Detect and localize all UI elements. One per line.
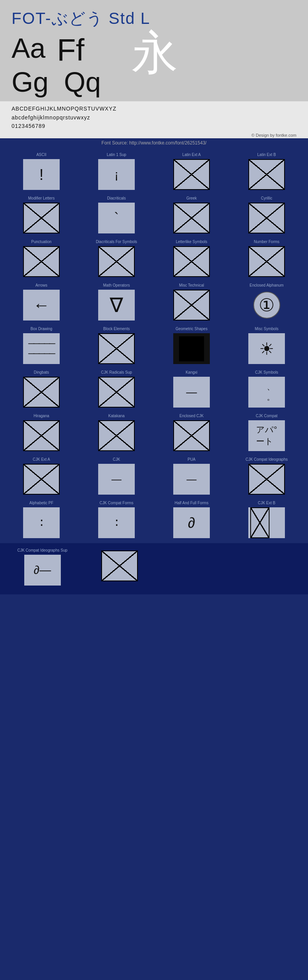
grid-item-cjkexta: CJK Ext A xyxy=(4,454,79,498)
alphabet-section: ABCDEFGHIJKLMNOPQRSTUVWXYZ abcdefghijklm… xyxy=(0,101,308,132)
placeholder-numberforms xyxy=(248,246,285,277)
placeholder-latinextb xyxy=(248,159,285,190)
placeholder-cjkradsup xyxy=(98,377,135,408)
grid-item-cjk: CJK — xyxy=(79,454,154,498)
font-title: FOT-ぶどう Std L xyxy=(12,8,296,29)
label-ascii: ASCII xyxy=(36,153,46,157)
placeholder-katakana xyxy=(98,420,135,451)
label-arrows: Arrows xyxy=(35,283,47,287)
grid-item-boxdraw: Box Drawing ────────── xyxy=(4,324,79,367)
grid-item-arrows: Arrows ← xyxy=(4,280,79,324)
label-latinextb: Latin Ext B xyxy=(257,153,276,157)
alphabet-lower: abcdefghijklmnopqrstuvwxyz xyxy=(12,113,296,122)
label-boxdraw: Box Drawing xyxy=(30,327,52,331)
placeholder-modletters xyxy=(23,203,60,233)
grid-item-latinexta: Latin Ext A xyxy=(154,149,229,193)
grid-item-mathop: Math Operators ∇ xyxy=(79,280,154,324)
label-cyrillic: Cyrillic xyxy=(261,196,272,200)
placeholder-misctec xyxy=(173,290,210,321)
grid-item-diacfsym: Diacriticals For Symbols xyxy=(79,237,154,280)
label-greek: Greek xyxy=(186,196,197,200)
grid-item-diacriticals: Diacriticals ` xyxy=(79,193,154,237)
grid-item-latinextb: Latin Ext B xyxy=(229,149,304,193)
label-halfwidth: Half And Full Forms xyxy=(175,501,209,505)
grid-item-geoshapes: Geometric Shapes xyxy=(154,324,229,367)
char-alphabeticpf: ∶ xyxy=(23,507,60,538)
placeholder-last2 xyxy=(101,550,138,581)
placeholder-latinexta xyxy=(173,159,210,190)
label-diacriticals: Diacriticals xyxy=(107,196,126,200)
label-punctuation: Punctuation xyxy=(31,240,52,244)
char-aa: Aa xyxy=(12,33,45,67)
copyright: © Design by fontke.com xyxy=(0,132,308,138)
grid-item-numberforms: Number Forms xyxy=(229,237,304,280)
label-cjkradsup: CJK Radicals Sup xyxy=(101,370,132,374)
grid-item-dingbats: Dingbats xyxy=(4,367,79,411)
label-diacfsym: Diacriticals For Symbols xyxy=(96,240,137,244)
placeholder-cyrillic xyxy=(248,203,285,233)
font-source: Font Source: http://www.fontke.com/font/… xyxy=(0,138,308,148)
char-qq: Qq xyxy=(64,67,101,97)
placeholder-dingbats xyxy=(23,377,60,408)
char-diacriticals: ` xyxy=(98,203,135,233)
label-cjkcompat: CJK Compat xyxy=(256,414,278,418)
label-hiragana: Hiragana xyxy=(33,414,49,418)
label-cjksym: CJK Symbols xyxy=(255,370,278,374)
grid-item-cjkcisup: CJK Compat Ideographs Sup ∂— xyxy=(4,545,81,589)
label-cjkcompatforms: CJK Compat Forms xyxy=(100,501,134,505)
grid-item-hiragana: Hiragana xyxy=(4,411,79,454)
label-latinexta: Latin Ext A xyxy=(182,153,201,157)
label-cjkcisup: CJK Compat Ideographs Sup xyxy=(17,548,67,552)
grid-item-kangxi: Kangxi — xyxy=(154,367,229,411)
grid-item-cjkcompat: CJK Compat アパ°ート xyxy=(229,411,304,454)
alphabet-upper: ABCDEFGHIJKLMNOPQRSTUVWXYZ xyxy=(12,104,296,113)
grid-item-latin1: Latin 1 Sup ¡ xyxy=(79,149,154,193)
grid-item-modletters: Modifier Letters xyxy=(4,193,79,237)
grid-item-cjkcompatforms: CJK Compat Forms ∶ xyxy=(79,498,154,541)
placeholder-enclosedcjk xyxy=(173,420,210,451)
label-dingbats: Dingbats xyxy=(34,370,49,374)
label-latin1: Latin 1 Sup xyxy=(107,153,126,157)
char-geoshapes xyxy=(173,333,210,364)
label-cjkexta: CJK Ext A xyxy=(33,457,50,461)
sample-chars: Aa Ff Gg Qq 永 xyxy=(12,33,296,97)
placeholder-hiragana xyxy=(23,420,60,451)
char-ff: Ff xyxy=(57,33,84,67)
char-cjk: — xyxy=(98,464,135,495)
label-alphabeticpf: Alphabetic PF xyxy=(29,501,53,505)
grid-item-ascii: ASCII ! xyxy=(4,149,79,193)
grid-item-cjksym: CJK Symbols 、 。 xyxy=(229,367,304,411)
grid-item-cjkextb: CJK Ext B xyxy=(229,498,304,541)
grid-item-enclosedcjk: Enclosed CJK xyxy=(154,411,229,454)
label-miscsym: Misc Symbols xyxy=(255,327,279,331)
label-misctec: Misc Technical xyxy=(179,283,204,287)
char-miscsym: ☀ xyxy=(248,333,285,364)
label-cjk: CJK xyxy=(113,457,120,461)
grid-item-cjkci: CJK Compat Ideographs xyxy=(229,454,304,498)
char-kanji: 永 xyxy=(132,29,178,76)
label-enclosed: Enclosed Alphanum xyxy=(249,283,283,287)
char-boxdraw: ────────── xyxy=(23,333,60,364)
last-row: CJK Compat Ideographs Sup ∂— xyxy=(0,543,308,594)
char-cjkcompatforms: ∶ xyxy=(98,507,135,538)
char-cjkextb xyxy=(248,507,285,538)
char-halfwidth: ∂ xyxy=(173,507,210,538)
char-cjkcompat: アパ°ート xyxy=(248,420,285,451)
grid-item-cyrillic: Cyrillic xyxy=(229,193,304,237)
sample-row-2: Gg Qq xyxy=(12,67,101,97)
char-pua: — xyxy=(173,464,210,495)
placeholder-greek xyxy=(173,203,210,233)
header-section: FOT-ぶどう Std L Aa Ff Gg Qq 永 xyxy=(0,0,308,101)
grid-item-last2 xyxy=(81,545,158,589)
grid-item-greek: Greek xyxy=(154,193,229,237)
placeholder-punctuation xyxy=(23,246,60,277)
grid-item-misctec: Misc Technical xyxy=(154,280,229,324)
char-cjkcisup: ∂— xyxy=(24,555,61,586)
grid-item-blockelem: Block Elements xyxy=(79,324,154,367)
grid-item-letterlike: Letterlike Symbols xyxy=(154,237,229,280)
label-modletters: Modifier Letters xyxy=(28,196,55,200)
char-ascii: ! xyxy=(23,159,60,190)
grid-item-halfwidth: Half And Full Forms ∂ xyxy=(154,498,229,541)
label-blockelem: Block Elements xyxy=(103,327,130,331)
grid-item-katakana: Katakana xyxy=(79,411,154,454)
